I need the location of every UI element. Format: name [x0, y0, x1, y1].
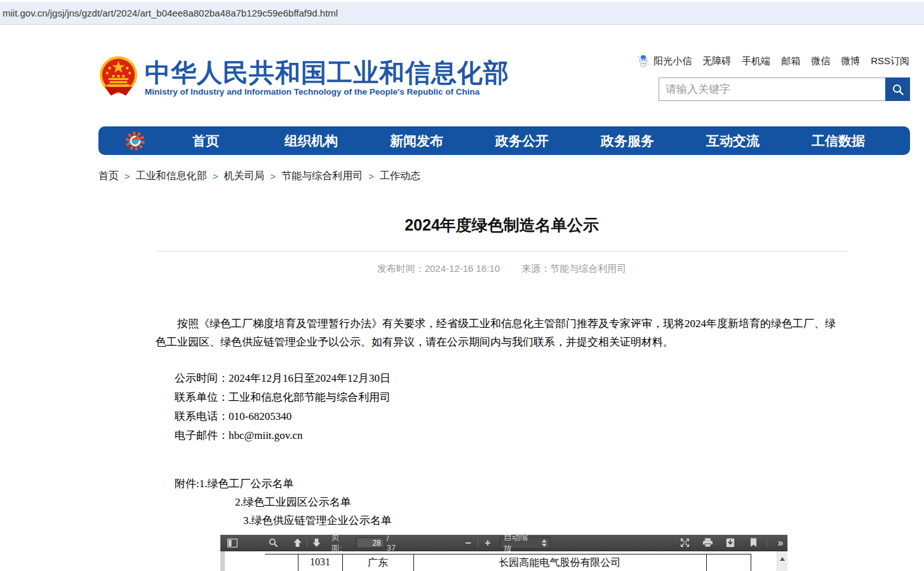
- utility-links: 阳光小信 无障碍 手机端 邮箱 微信 微博 RSS订阅: [637, 54, 909, 68]
- nav-item-news[interactable]: 新闻发布: [364, 132, 469, 150]
- pdf-find-icon[interactable]: [266, 536, 280, 550]
- table-cell-province: 广东: [342, 556, 413, 570]
- pdf-presentation-mode-icon[interactable]: [678, 536, 692, 550]
- nav-item-interaction[interactable]: 互动交流: [680, 132, 786, 150]
- nav-item-data[interactable]: 工信数据: [786, 132, 891, 150]
- miit-gear-logo-icon: [124, 130, 147, 152]
- toolbar-divider: [767, 539, 767, 547]
- pdf-more-tools-icon[interactable]: »: [773, 536, 787, 550]
- nav-item-gov-service[interactable]: 政务服务: [575, 132, 680, 150]
- toolbar-divider: [307, 539, 307, 547]
- publish-time: 发布时间：2024-12-16 16:10: [377, 263, 500, 274]
- pdf-page-edge: [220, 551, 225, 571]
- pdf-zoom-select[interactable]: 自动缩放: [500, 537, 551, 549]
- site-subtitle: Ministry of Industry and Information Tec…: [145, 87, 509, 97]
- pdf-bookmark-icon[interactable]: [746, 536, 760, 550]
- pdf-print-icon[interactable]: [700, 536, 714, 550]
- attachments: 附件:1.绿色工厂公示名单 2.绿色工业园区公示名单 3.绿色供应链管理企业公示…: [156, 474, 848, 530]
- attachment-2[interactable]: 2.绿色工业园区公示名单: [235, 493, 848, 511]
- article: 2024年度绿色制造名单公示 发布时间：2024-12-16 16:10 来源：…: [156, 215, 848, 530]
- breadcrumb-separator: >: [368, 171, 374, 182]
- table-border: [706, 554, 707, 571]
- attachment-3[interactable]: 3.绿色供应链管理企业公示名单: [243, 511, 848, 530]
- browser-url-bar[interactable]: miit.gov.cn/jgsj/jns/gzdt/art/2024/art_b…: [0, 2, 924, 25]
- contact-phone: 联系电话：010-68205340: [175, 407, 848, 426]
- national-emblem-logo: [98, 55, 138, 98]
- breadcrumb-separator: >: [271, 171, 276, 182]
- utility-link-wechat[interactable]: 微信: [811, 55, 830, 67]
- pdf-page-content[interactable]: 1031 广东 长园高能电气股份有限公司: [220, 551, 787, 571]
- breadcrumb-departments[interactable]: 机关司局: [224, 170, 265, 183]
- title-divider: [156, 251, 848, 252]
- search-icon: [892, 83, 904, 96]
- pdf-page-up-icon[interactable]: [290, 536, 304, 550]
- pdf-zoom-in-icon[interactable]: +: [481, 536, 495, 550]
- utility-link-mobile[interactable]: 手机端: [742, 55, 770, 67]
- site-title: 中华人民共和国工业和信息化部: [145, 59, 509, 86]
- toolbar-divider: [478, 539, 478, 547]
- utility-link-weibo[interactable]: 微博: [841, 55, 860, 67]
- pdf-download-icon[interactable]: [723, 536, 737, 550]
- publication-info: 发布时间：2024-12-16 16:10 来源：节能与综合利用司: [156, 263, 848, 275]
- scroll-up-icon[interactable]: [780, 557, 785, 561]
- site-title-block: 中华人民共和国工业和信息化部 Ministry of Industry and …: [145, 59, 509, 97]
- breadcrumb-work-news[interactable]: 工作动态: [380, 170, 420, 183]
- pdf-toolbar: 页面: / 37 − + 自动缩放: [220, 535, 787, 551]
- main-nav: 首页 组织机构 新闻发布 政务公开 政务服务 互动交流 工信数据: [98, 126, 910, 155]
- search-button[interactable]: [885, 77, 910, 101]
- breadcrumb-home[interactable]: 首页: [98, 170, 119, 183]
- pdf-page-input[interactable]: [356, 537, 384, 548]
- attachment-1[interactable]: 附件:1.绿色工厂公示名单: [175, 474, 848, 493]
- nav-item-home[interactable]: 首页: [153, 132, 258, 150]
- table-border: [265, 554, 751, 554]
- utility-link-mail[interactable]: 邮箱: [781, 55, 800, 67]
- breadcrumb-miit[interactable]: 工业和信息化部: [136, 170, 207, 183]
- page: miit.gov.cn/jgsj/jns/gzdt/art/2024/art_b…: [0, 0, 924, 571]
- contact-block: 公示时间：2024年12月16日至2024年12月30日 联系单位：工业和信息化…: [175, 369, 848, 445]
- nav-item-organization[interactable]: 组织机构: [258, 132, 364, 150]
- breadcrumb-energy-dept[interactable]: 节能与综合利用司: [281, 170, 363, 183]
- nav-item-gov-open[interactable]: 政务公开: [469, 132, 575, 150]
- pdf-page-total: / 37: [387, 534, 400, 553]
- breadcrumb-separator: >: [213, 171, 218, 182]
- site-search: [659, 77, 910, 101]
- article-title: 2024年度绿色制造名单公示: [156, 215, 848, 236]
- source: 来源：节能与综合利用司: [521, 263, 626, 274]
- page-url: miit.gov.cn/jgsj/jns/gzdt/art/2024/art_b…: [3, 8, 338, 18]
- utility-link-sunshine[interactable]: 阳光小信: [653, 55, 692, 67]
- utility-link-accessibility[interactable]: 无障碍: [702, 55, 731, 67]
- pdf-sidebar-toggle-icon[interactable]: [225, 536, 239, 550]
- pdf-scrollbar[interactable]: [777, 551, 787, 571]
- chevron-updown-icon: [542, 539, 547, 547]
- publicity-period: 公示时间：2024年12月16日至2024年12月30日: [175, 369, 848, 388]
- utility-link-rss[interactable]: RSS订阅: [871, 55, 909, 67]
- breadcrumb-separator: >: [124, 171, 130, 182]
- contact-email: 电子邮件：hbc@miit.gov.cn: [175, 426, 848, 445]
- robot-assistant-icon: [637, 54, 650, 68]
- table-cell-company: 长园高能电气股份有限公司: [413, 556, 706, 570]
- breadcrumb: 首页 > 工业和信息化部 > 机关司局 > 节能与综合利用司 > 工作动态: [98, 170, 420, 183]
- pdf-viewer: 页面: / 37 − + 自动缩放: [220, 535, 787, 571]
- pdf-zoom-out-icon[interactable]: −: [461, 536, 475, 550]
- pdf-page-down-icon[interactable]: [310, 536, 324, 550]
- contact-unit: 联系单位：工业和信息化部节能与综合利用司: [175, 388, 848, 407]
- table-border: [751, 554, 751, 571]
- search-input[interactable]: [659, 77, 885, 101]
- article-paragraph: 按照《绿色工厂梯度培育及管理暂行办法》有关要求，经省级工业和信息化主管部门推荐及…: [156, 314, 848, 351]
- table-cell-number: 1031: [298, 556, 342, 568]
